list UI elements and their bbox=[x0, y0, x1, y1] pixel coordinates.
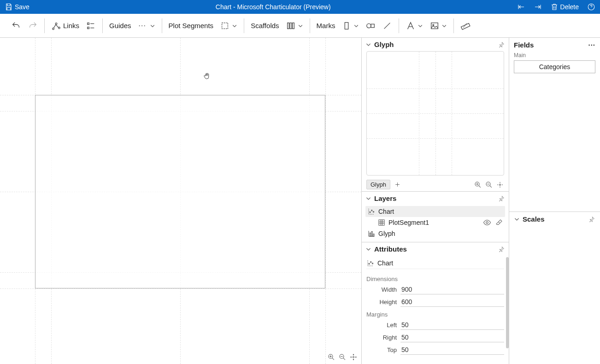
guides-button[interactable]: Guides bbox=[107, 20, 133, 31]
glyph-tab-bar: Glyph bbox=[362, 179, 509, 192]
save-button[interactable]: Save bbox=[3, 2, 31, 12]
chevron-down-icon bbox=[418, 23, 423, 29]
more-icon[interactable]: ··· bbox=[588, 41, 595, 49]
help-button[interactable] bbox=[585, 2, 597, 12]
chevron-down-icon bbox=[514, 216, 520, 222]
guides-label: Guides bbox=[109, 22, 131, 29]
scaffold-bars-button[interactable] bbox=[284, 19, 305, 33]
chevron-down-icon bbox=[232, 23, 237, 29]
svg-point-24 bbox=[373, 211, 374, 212]
svg-rect-25 bbox=[379, 220, 384, 225]
scales-header[interactable]: Scales bbox=[509, 211, 600, 226]
margin-right-input[interactable] bbox=[400, 333, 504, 342]
pin-icon[interactable] bbox=[498, 246, 505, 253]
redo-history-button[interactable] bbox=[532, 2, 544, 12]
glyph-preview[interactable] bbox=[366, 51, 504, 176]
height-input[interactable] bbox=[400, 297, 504, 307]
svg-rect-28 bbox=[371, 232, 372, 237]
zoom-fit-icon[interactable] bbox=[349, 353, 358, 361]
marks-button[interactable]: Marks bbox=[315, 20, 337, 31]
region-button[interactable] bbox=[218, 19, 239, 33]
text-button[interactable] bbox=[404, 19, 425, 33]
chevron-down-icon bbox=[365, 246, 371, 252]
arrow-left-bar-icon bbox=[517, 3, 525, 11]
field-categories-label: Categories bbox=[539, 63, 571, 70]
svg-point-30 bbox=[369, 263, 370, 264]
margin-top-input[interactable] bbox=[400, 345, 504, 355]
pin-icon[interactable] bbox=[498, 41, 505, 48]
image-icon bbox=[429, 21, 440, 31]
scaffolds-label: Scaffolds bbox=[251, 22, 279, 29]
svg-point-32 bbox=[372, 263, 373, 264]
undo-history-button[interactable] bbox=[515, 2, 527, 12]
scaffolds-button[interactable]: Scaffolds bbox=[249, 20, 281, 31]
glyph-tab-label: Glyph bbox=[371, 181, 386, 188]
help-icon bbox=[587, 3, 595, 11]
field-categories[interactable]: Categories bbox=[514, 60, 595, 73]
zoom-in-icon[interactable] bbox=[327, 353, 335, 361]
width-input[interactable] bbox=[400, 285, 504, 294]
pin-icon[interactable] bbox=[588, 216, 595, 223]
plus-icon[interactable] bbox=[394, 181, 401, 188]
zoom-fit-icon[interactable] bbox=[496, 181, 504, 189]
pin-icon[interactable] bbox=[498, 195, 505, 202]
margin-left-input[interactable] bbox=[400, 320, 504, 330]
layer-glyph[interactable]: Glyph bbox=[365, 228, 505, 239]
links-icon bbox=[51, 21, 61, 31]
ruler-button[interactable] bbox=[459, 19, 472, 33]
layers-body: Chart PlotSegment1 Glyph bbox=[362, 205, 509, 242]
canvas-zoom-controls bbox=[327, 353, 358, 361]
delete-button[interactable]: Delete bbox=[548, 2, 581, 12]
chart-rectangle[interactable] bbox=[35, 95, 325, 288]
svg-point-21 bbox=[500, 184, 501, 185]
zoom-in-icon[interactable] bbox=[474, 181, 482, 189]
glyph-panel-header[interactable]: Glyph bbox=[362, 38, 509, 51]
svg-point-23 bbox=[371, 210, 372, 211]
marks-label: Marks bbox=[317, 22, 335, 29]
chevron-down-icon bbox=[150, 23, 155, 29]
layers-panel-header[interactable]: Layers bbox=[362, 192, 509, 205]
legend-button[interactable] bbox=[84, 19, 98, 33]
svg-point-26 bbox=[486, 222, 488, 224]
right-column: Fields ··· Main Categories Scales bbox=[509, 38, 600, 364]
canvas[interactable] bbox=[0, 38, 361, 364]
zoom-out-icon[interactable] bbox=[338, 353, 347, 361]
mark-line-button[interactable] bbox=[380, 19, 394, 33]
chart-icon bbox=[366, 259, 375, 267]
width-label: Width bbox=[366, 286, 397, 293]
layer-chart[interactable]: Chart bbox=[365, 206, 505, 217]
attributes-panel-header[interactable]: Attributes bbox=[362, 242, 509, 256]
layer-plotsegment1[interactable]: PlotSegment1 bbox=[365, 217, 505, 228]
toolbar: Links Guides Plot Segments Scaffolds bbox=[0, 14, 600, 38]
undo-button[interactable] bbox=[9, 19, 23, 33]
window-title: Chart - Microsoft Charticulator (Preview… bbox=[216, 3, 331, 11]
image-button[interactable] bbox=[428, 19, 449, 33]
margin-left-label: Left bbox=[366, 322, 397, 329]
attributes-scrollbar[interactable] bbox=[506, 257, 509, 348]
svg-rect-8 bbox=[290, 23, 292, 29]
eye-icon[interactable] bbox=[483, 218, 491, 227]
arrow-right-bar-icon bbox=[534, 3, 542, 11]
mark-rect-button[interactable] bbox=[340, 19, 361, 33]
svg-rect-10 bbox=[345, 22, 348, 29]
layers-title: Layers bbox=[374, 194, 396, 202]
trash-icon bbox=[550, 3, 559, 11]
chevron-down-icon bbox=[365, 195, 371, 201]
layer-plotsegment-label: PlotSegment1 bbox=[388, 219, 429, 226]
ruler-icon bbox=[460, 21, 471, 31]
svg-point-22 bbox=[370, 211, 371, 212]
eraser-icon[interactable] bbox=[495, 218, 503, 227]
guide-x-button[interactable] bbox=[136, 19, 157, 33]
redo-button[interactable] bbox=[26, 19, 40, 33]
mark-symbol-button[interactable] bbox=[364, 19, 377, 33]
plot-segments-button[interactable]: Plot Segments bbox=[167, 20, 216, 31]
guide-dashed-icon bbox=[138, 21, 148, 31]
glyph-tab[interactable]: Glyph bbox=[366, 180, 390, 189]
undo-icon bbox=[11, 21, 21, 31]
chevron-down-icon bbox=[441, 23, 447, 29]
svg-rect-27 bbox=[370, 233, 371, 237]
svg-point-3 bbox=[59, 27, 60, 29]
glyph-icon bbox=[367, 229, 376, 238]
links-button[interactable]: Links bbox=[49, 19, 81, 33]
zoom-out-icon[interactable] bbox=[485, 181, 493, 189]
